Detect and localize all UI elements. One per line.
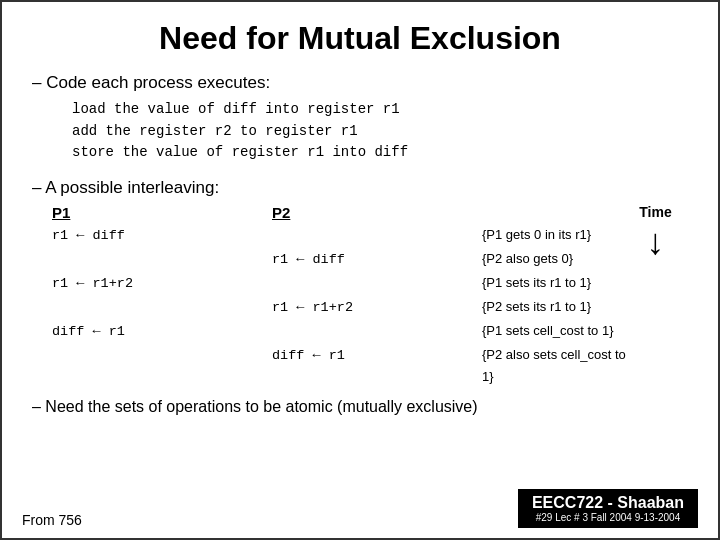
row2-p2: r1 ← diff [272, 249, 472, 272]
slide-title: Need for Mutual Exclusion [32, 20, 688, 57]
interleaving-bullet: – A possible interleaving: [32, 178, 688, 198]
header-p1: P1 [52, 204, 212, 221]
table-row: diff ← r1 {P2 also sets cell_cost to 1} [52, 344, 628, 388]
row3-comment: {P1 sets its r1 to 1} [482, 272, 591, 294]
row1-p1: r1 ← diff [52, 225, 272, 248]
row2-comment: {P2 also gets 0} [482, 248, 573, 270]
footer: From 756 EECC722 - Shaaban #29 Lec # 3 F… [2, 489, 718, 528]
row4-comment: {P2 sets its r1 to 1} [482, 296, 591, 318]
eecc-box: EECC722 - Shaaban #29 Lec # 3 Fall 2004 … [518, 489, 698, 528]
time-arrow-icon: ↓ [647, 222, 665, 262]
row1-comment: {P1 gets 0 in its r1} [482, 224, 591, 246]
row5-p1: diff ← r1 [52, 321, 272, 344]
code-line-2: add the register r2 to register r1 [72, 121, 688, 143]
atomic-bullet: – Need the sets of operations to be atom… [32, 398, 478, 415]
row6-comment: {P2 also sets cell_cost to 1} [482, 344, 628, 388]
table-row: diff ← r1 {P1 sets cell_cost to 1} [52, 320, 628, 344]
section-atomic: – Need the sets of operations to be atom… [32, 398, 688, 416]
table-row: r1 ← diff {P2 also gets 0} [52, 248, 628, 272]
row4-p2: r1 ← r1+r2 [272, 297, 472, 320]
table-row: r1 ← r1+r2 {P2 sets its r1 to 1} [52, 296, 628, 320]
time-label: Time [639, 204, 671, 220]
code-line-3: store the value of register r1 into diff [72, 142, 688, 164]
eecc-sub: #29 Lec # 3 Fall 2004 9-13-2004 [532, 512, 684, 523]
row6-p2: diff ← r1 [272, 345, 472, 368]
section-interleaving: – A possible interleaving: P1 P2 r1 ← di… [32, 178, 688, 388]
row5-comment: {P1 sets cell_cost to 1} [482, 320, 614, 342]
eecc-title: EECC722 - Shaaban [532, 494, 684, 511]
header-p2: P2 [272, 204, 432, 221]
code-block: load the value of diff into register r1 … [72, 99, 688, 164]
table-row: r1 ← r1+r2 {P1 sets its r1 to 1} [52, 272, 628, 296]
table-row: r1 ← diff {P1 gets 0 in its r1} [52, 224, 628, 248]
code-bullet: – Code each process executes: [32, 73, 688, 93]
row3-p1: r1 ← r1+r2 [52, 273, 272, 296]
code-line-1: load the value of diff into register r1 [72, 99, 688, 121]
section-code: – Code each process executes: load the v… [32, 73, 688, 164]
from-label: From 756 [22, 512, 82, 528]
slide: Need for Mutual Exclusion – Code each pr… [0, 0, 720, 540]
